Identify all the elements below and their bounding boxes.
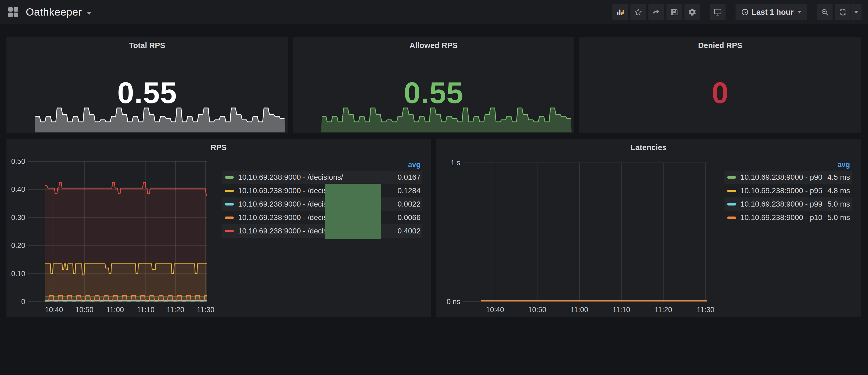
legend-header-avg[interactable]: avg [724,159,851,170]
legend-row[interactable]: 10.10.69.238:9000 - p995.0 ms [724,197,851,211]
monitor-icon [713,8,722,17]
rps-legend: avg 10.10.69.238:9000 - /decisions/0.016… [222,159,422,238]
y-axis-tick: 0 [0,298,25,306]
series-color-swatch[interactable] [225,190,234,192]
panel-latencies-graph: Latencies 1 s0 ns10:4010:5011:0011:1011:… [436,138,861,317]
gear-icon [688,7,697,17]
chevron-down-icon [797,11,802,13]
series-color-swatch[interactable] [225,176,234,179]
series-avg-value: 4.5 ms [822,173,850,182]
y-axis-tick: 0.50 [0,157,25,166]
dashboard-grid-icon[interactable] [7,6,19,18]
star-button[interactable] [630,4,646,20]
legend-row[interactable]: 10.10.69.238:9000 - /decisions/0.0167 [222,170,422,184]
series-color-swatch[interactable] [727,176,736,179]
series-color-swatch[interactable] [225,217,234,219]
refresh-icon [838,8,847,17]
navbar-right: Last 1 hour [610,4,868,20]
save-icon [670,8,679,17]
series-avg-value: 5.0 ms [822,213,850,222]
allowed-rps-sparkline[interactable] [321,101,571,132]
panel-title[interactable]: Total RPS [6,41,288,50]
series-color-swatch[interactable] [727,203,736,206]
panel-title[interactable]: Latencies [436,143,861,152]
x-axis-tick: 11:30 [688,306,723,314]
series-color-swatch[interactable] [225,203,234,206]
navbar-left: Oathkeeper [0,6,92,18]
series-label[interactable]: 10.10.69.238:9000 - /decisions/ [238,173,343,182]
panel-rps-graph: RPS 0.500.400.300.200.10010:4010:5011:00… [6,138,431,317]
chevron-down-icon [854,11,858,13]
series-label[interactable]: 10.10.69.238:9000 - p90 [740,173,822,182]
time-range-picker[interactable]: Last 1 hour [736,4,807,20]
series-label[interactable]: 10.10.69.238:9000 - p100 [740,213,822,222]
add-panel-icon [616,8,624,17]
total-rps-sparkline[interactable] [35,101,285,132]
y-axis-tick: 0.10 [0,270,25,278]
y-axis-tick: 0.30 [0,213,25,222]
series-color-swatch[interactable] [727,190,736,192]
series-avg-value: 4.8 ms [822,186,850,195]
time-range-label: Last 1 hour [752,8,794,17]
y-axis-tick: 1 s [423,158,460,167]
save-button[interactable] [666,4,682,20]
zoom-out-button[interactable] [817,4,833,20]
series-avg-value: 5.0 ms [822,200,850,209]
legend-row[interactable]: 10.10.69.238:9000 - /decisions/0.0022 [222,197,422,211]
zoom-out-icon [820,8,829,17]
legend-rows: 10.10.69.238:9000 - /decisions/0.016710.… [222,170,422,238]
panel-total-rps: Total RPS 0.55 [6,36,288,133]
chevron-down-icon [87,12,92,15]
legend-row[interactable]: 10.10.69.238:9000 - p904.5 ms [724,170,851,184]
series-avg-value: 0.0022 [392,200,421,209]
rps-chart[interactable] [28,161,207,302]
add-panel-button[interactable] [613,4,628,20]
series-label[interactable]: 10.10.69.238:9000 - p95 [740,186,822,195]
series-color-swatch[interactable] [727,217,736,219]
x-axis-tick: 11:20 [158,306,193,314]
y-axis-tick: 0 ns [423,298,460,306]
star-icon [634,8,643,17]
clock-icon [741,8,749,16]
legend-row[interactable]: 10.10.69.238:9000 - p954.8 ms [724,184,851,197]
y-axis-tick: 0.20 [0,241,25,250]
panel-title[interactable]: Allowed RPS [293,41,574,50]
series-avg-value: 0.0066 [392,213,421,222]
x-axis-tick: 11:20 [646,306,681,314]
green-overlay-box [325,184,381,239]
settings-button[interactable] [684,4,700,20]
x-axis-tick: 11:30 [188,306,223,314]
legend-row[interactable]: 10.10.69.238:9000 - /decisions/0.0066 [222,211,422,224]
series-label[interactable]: 10.10.69.238:9000 - p99 [740,200,822,209]
series-avg-value: 0.1284 [392,186,421,195]
grafana-dashboard: Oathkeeper [0,0,868,375]
dashboard-title: Oathkeeper [26,6,82,18]
dashboard-title-dropdown[interactable]: Oathkeeper [26,6,92,18]
y-axis-tick: 0.40 [0,185,25,194]
refresh-interval-dropdown[interactable] [851,4,862,20]
x-axis-tick: 11:00 [562,306,597,314]
series-avg-value: 0.0167 [392,173,421,182]
latencies-chart[interactable] [463,163,707,302]
x-axis-tick: 10:50 [67,306,102,314]
panel-denied-rps: Denied RPS 0 [579,36,861,133]
navbar: Oathkeeper [0,0,868,24]
refresh-button[interactable] [835,4,850,20]
x-axis-tick: 11:10 [604,306,639,314]
legend-header-avg[interactable]: avg [222,159,422,170]
panel-title[interactable]: RPS [6,143,431,152]
tv-mode-button[interactable] [710,4,725,20]
legend-row[interactable]: 10.10.69.238:9000 - p1005.0 ms [724,211,851,224]
x-axis-tick: 10:40 [477,306,513,314]
panel-title[interactable]: Denied RPS [579,41,861,50]
x-axis-tick: 10:40 [36,306,71,314]
legend-row[interactable]: 10.10.69.238:9000 - /decisions/0.4002 [222,224,422,238]
share-button[interactable] [648,4,664,20]
x-axis-tick: 11:00 [98,306,132,314]
legend-row[interactable]: 10.10.69.238:9000 - /decisions/0.1284 [222,184,422,197]
latencies-legend: avg 10.10.69.238:9000 - p904.5 ms10.10.6… [724,159,851,224]
series-avg-value: 0.4002 [392,227,421,235]
series-color-swatch[interactable] [225,230,234,232]
share-icon [652,8,660,17]
stat-value-denied-rps: 0 [579,75,861,110]
